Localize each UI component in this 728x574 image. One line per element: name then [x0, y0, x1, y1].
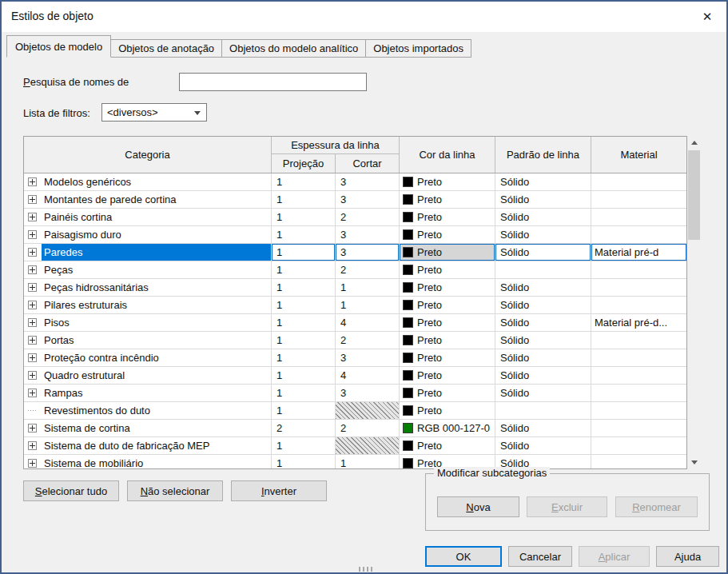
- category-cell[interactable]: Portas: [24, 332, 272, 349]
- line-pattern-cell[interactable]: Sólido: [495, 420, 591, 436]
- table-row[interactable]: Pisos14PretoSólidoMaterial pré-d...: [24, 314, 686, 332]
- table-row[interactable]: Revestimentos do duto1Preto: [24, 402, 686, 420]
- expand-plus-icon[interactable]: [28, 283, 37, 292]
- cut-weight-cell[interactable]: 3: [336, 385, 400, 401]
- table-row[interactable]: Paredes13PretoSólidoMaterial pré-d: [24, 244, 686, 261]
- expand-plus-icon[interactable]: [28, 371, 37, 380]
- tab-model-objects[interactable]: Objetos de modelo: [6, 35, 111, 58]
- cut-weight-cell[interactable]: 3: [336, 349, 400, 366]
- expand-plus-icon[interactable]: [28, 230, 37, 239]
- select-all-button[interactable]: Selecionar tudo: [23, 480, 119, 501]
- cut-weight-cell[interactable]: 4: [336, 314, 400, 331]
- projection-weight-cell[interactable]: 1: [272, 226, 336, 243]
- select-none-button[interactable]: Não selecionar: [127, 480, 223, 501]
- category-cell[interactable]: Painéis cortina: [24, 209, 272, 225]
- table-row[interactable]: Sistema de mobiliário11PretoSólido: [24, 455, 686, 468]
- material-cell[interactable]: Material pré-d...: [591, 314, 686, 331]
- material-cell[interactable]: [591, 385, 686, 401]
- category-cell[interactable]: Quadro estrutural: [24, 367, 272, 384]
- projection-weight-cell[interactable]: 2: [272, 420, 336, 436]
- material-cell[interactable]: [591, 332, 686, 349]
- search-input[interactable]: [179, 73, 367, 91]
- projection-weight-cell[interactable]: 1: [272, 261, 336, 278]
- table-row[interactable]: Rampas13PretoSólido: [24, 385, 686, 402]
- category-cell[interactable]: Rampas: [24, 385, 272, 401]
- line-pattern-cell[interactable]: Sólido: [495, 279, 591, 296]
- projection-weight-cell[interactable]: 1: [272, 279, 336, 296]
- projection-weight-cell[interactable]: 1: [272, 437, 336, 454]
- line-color-cell[interactable]: Preto: [400, 209, 495, 225]
- expand-plus-icon[interactable]: [28, 265, 37, 274]
- line-pattern-cell[interactable]: [495, 261, 591, 278]
- expand-plus-icon[interactable]: [28, 177, 37, 186]
- line-pattern-cell[interactable]: [495, 402, 591, 419]
- category-cell[interactable]: Modelos genéricos: [24, 173, 272, 190]
- tab-analytical-model-objects[interactable]: Objetos do modelo analítico: [221, 39, 366, 58]
- cut-weight-cell[interactable]: 1: [336, 279, 400, 296]
- line-color-cell[interactable]: Preto: [400, 367, 495, 384]
- cut-weight-cell[interactable]: 3: [336, 244, 400, 261]
- table-row[interactable]: Portas12PretoSólido: [24, 332, 686, 349]
- projection-weight-cell[interactable]: 1: [272, 332, 336, 349]
- line-color-cell[interactable]: Preto: [400, 385, 495, 401]
- line-pattern-cell[interactable]: Sólido: [495, 226, 591, 243]
- tab-annotation-objects[interactable]: Objetos de anotação: [110, 39, 222, 58]
- cut-weight-cell[interactable]: 2: [336, 420, 400, 436]
- category-cell[interactable]: Pilares estruturais: [24, 297, 272, 313]
- scroll-down-icon[interactable]: [687, 456, 701, 469]
- projection-weight-cell[interactable]: 1: [272, 349, 336, 366]
- category-cell[interactable]: Montantes de parede cortina: [24, 191, 272, 208]
- material-cell[interactable]: [591, 420, 686, 436]
- line-color-cell[interactable]: Preto: [400, 332, 495, 349]
- category-cell[interactable]: Proteção contra incêndio: [24, 349, 272, 366]
- projection-weight-cell[interactable]: 1: [272, 191, 336, 208]
- close-icon[interactable]: ✕: [693, 5, 722, 29]
- resize-grip[interactable]: [359, 567, 373, 572]
- line-pattern-cell[interactable]: Sólido: [495, 437, 591, 454]
- material-cell[interactable]: [591, 191, 686, 208]
- cancel-button[interactable]: Cancelar: [508, 546, 572, 567]
- table-row[interactable]: Montantes de parede cortina13PretoSólido: [24, 191, 686, 209]
- table-row[interactable]: Sistema de cortina22RGB 000-127-0Sólido: [24, 420, 686, 437]
- material-cell[interactable]: [591, 455, 686, 468]
- table-row[interactable]: Sistema de duto de fabricação MEP1PretoS…: [24, 437, 686, 455]
- line-color-cell[interactable]: Preto: [400, 314, 495, 331]
- expand-plus-icon[interactable]: [28, 301, 37, 309]
- line-pattern-cell[interactable]: Sólido: [495, 385, 591, 401]
- vertical-scrollbar[interactable]: [687, 136, 701, 469]
- projection-weight-cell[interactable]: 1: [272, 209, 336, 225]
- projection-weight-cell[interactable]: 1: [272, 173, 336, 190]
- cut-weight-cell[interactable]: 4: [336, 367, 400, 384]
- expand-plus-icon[interactable]: [28, 389, 37, 397]
- cut-weight-cell[interactable]: [336, 437, 400, 454]
- projection-weight-cell[interactable]: 1: [272, 402, 336, 419]
- line-color-cell[interactable]: Preto: [400, 261, 495, 278]
- category-cell[interactable]: Paisagismo duro: [24, 226, 272, 243]
- filter-dropdown[interactable]: <diversos>: [101, 103, 207, 122]
- line-pattern-cell[interactable]: Sólido: [495, 191, 591, 208]
- category-cell[interactable]: Revestimentos do duto: [24, 402, 272, 419]
- table-row[interactable]: Proteção contra incêndio13PretoSólido: [24, 349, 686, 367]
- table-row[interactable]: Painéis cortina12PretoSólido: [24, 209, 686, 226]
- line-color-cell[interactable]: Preto: [400, 437, 495, 454]
- material-cell[interactable]: [591, 349, 686, 366]
- line-color-cell[interactable]: Preto: [400, 279, 495, 296]
- category-cell[interactable]: Pisos: [24, 314, 272, 331]
- line-color-cell[interactable]: Preto: [400, 191, 495, 208]
- material-cell[interactable]: [591, 279, 686, 296]
- line-color-cell[interactable]: RGB 000-127-0: [400, 420, 495, 436]
- line-color-cell[interactable]: Preto: [400, 226, 495, 243]
- material-cell[interactable]: [591, 226, 686, 243]
- expand-plus-icon[interactable]: [28, 213, 37, 221]
- tab-imported-objects[interactable]: Objetos importados: [365, 39, 471, 58]
- expand-plus-icon[interactable]: [28, 353, 37, 362]
- help-button[interactable]: Ajuda: [656, 546, 719, 567]
- line-pattern-cell[interactable]: Sólido: [495, 367, 591, 384]
- invert-button[interactable]: Inverter: [231, 480, 327, 501]
- ok-button[interactable]: OK: [425, 546, 502, 567]
- table-row[interactable]: Peças hidrossanitárias11PretoSólido: [24, 279, 686, 297]
- projection-weight-cell[interactable]: 1: [272, 455, 336, 468]
- line-color-cell[interactable]: Preto: [400, 349, 495, 366]
- scrollbar-thumb[interactable]: [688, 150, 700, 240]
- line-pattern-cell[interactable]: Sólido: [495, 332, 591, 349]
